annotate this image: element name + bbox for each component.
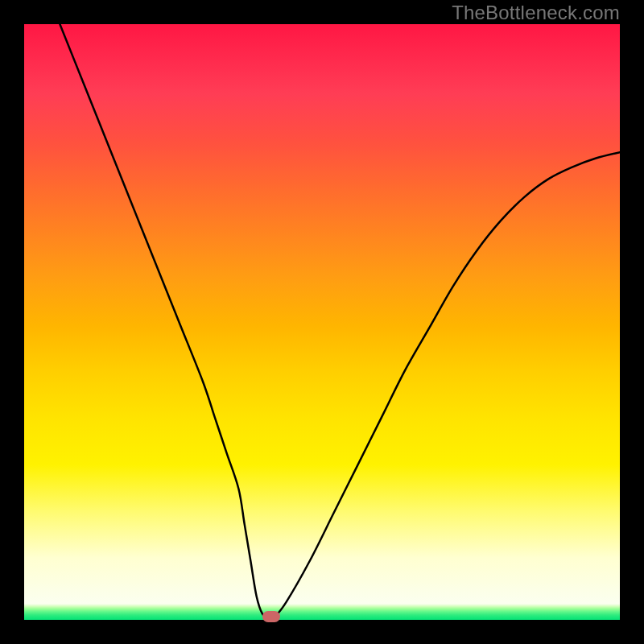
min-marker [262,611,280,622]
curve-svg [24,24,620,620]
bottleneck-curve [60,24,620,618]
chart-frame: TheBottleneck.com [0,0,644,644]
plot-area [24,24,620,620]
watermark-text: TheBottleneck.com [452,2,620,24]
